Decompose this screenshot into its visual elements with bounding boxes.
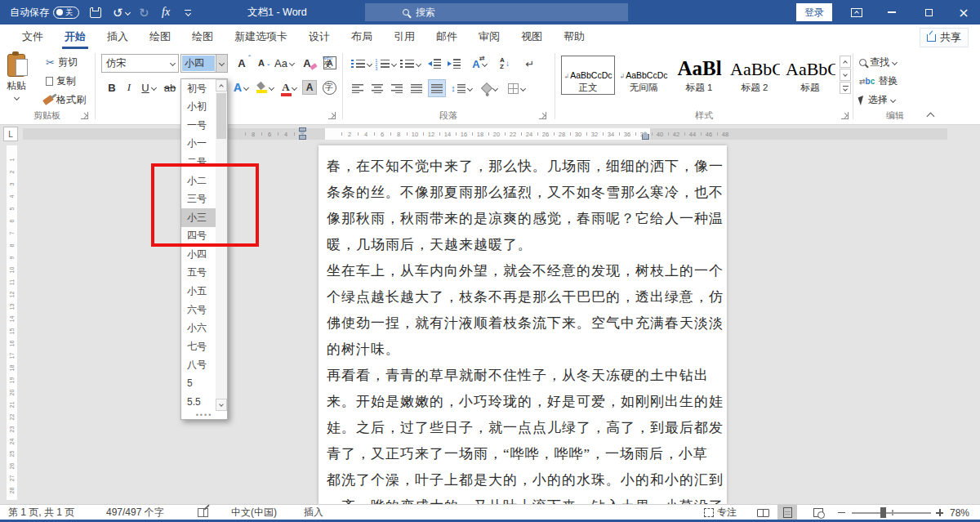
italic-button[interactable]: I [122,78,136,96]
cut-button[interactable]: ✂剪切 [46,56,78,69]
style-item[interactable]: AaBbC 标题 [783,56,837,95]
zoom-out-button[interactable] [838,505,845,520]
styles-scroll-up-button[interactable] [840,56,851,68]
word-count-status[interactable]: 497/497 个字 [106,505,164,520]
font-size-option[interactable]: 小四 [181,245,216,264]
language-status[interactable]: 中文(中国) [231,505,277,520]
select-button[interactable]: 选择 [859,93,895,107]
zoom-level[interactable]: 78% [950,505,969,520]
dropdown-resize-grip[interactable]: •••• [181,411,227,419]
font-size-option[interactable]: 小五 [181,282,216,301]
font-size-option[interactable]: 七号 [181,337,216,356]
minimize-button[interactable] [878,0,906,25]
styles-more-button[interactable] [840,82,851,94]
character-shading-button[interactable]: A [301,78,318,96]
ribbon-tab[interactable]: 帮助 [553,25,595,49]
autosave-toggle[interactable]: 自动保存 关 [10,0,79,25]
ribbon-tab[interactable]: 文件 [11,25,54,49]
scroll-up-button[interactable] [216,79,227,91]
chevron-down-icon[interactable] [216,55,227,72]
ribbon-tab[interactable]: 审阅 [468,25,510,49]
print-layout-button[interactable] [777,505,797,520]
ribbon-tab[interactable]: 新建选项卡 [224,25,298,49]
ribbon-tab[interactable]: 引用 [383,25,425,49]
scroll-down-button[interactable] [216,399,227,411]
customize-quick-access-button[interactable] [185,0,191,25]
sort-button[interactable]: AZ↓ [495,55,514,73]
text-effects-button[interactable]: A [230,78,252,96]
align-center-button[interactable] [369,79,385,97]
redo-button[interactable]: ↻ [139,0,149,25]
autosave-switch[interactable]: 关 [53,7,79,19]
format-painter-button[interactable]: 格式刷 [43,93,86,107]
numbering-button[interactable] [374,55,397,73]
font-size-option[interactable]: 小二 [181,172,216,190]
font-size-option[interactable]: 5.5 [181,393,216,412]
ribbon-tab[interactable]: 绘图 [139,25,181,49]
paragraph-dialog-launcher-icon[interactable] [539,112,546,119]
font-size-option[interactable]: 二号 [181,153,216,172]
web-layout-button[interactable] [808,505,828,520]
style-item[interactable]: ↲AaBbCcDc 无间隔 [617,56,670,95]
bullets-button[interactable] [350,55,372,73]
dropdown-scrollbar[interactable] [216,79,227,411]
line-spacing-button[interactable]: ↕ [449,79,474,97]
close-button[interactable]: × [950,0,978,25]
style-item[interactable]: AaBbC 标题 2 [728,56,782,95]
borders-button[interactable] [505,79,528,97]
zoom-slider-thumb[interactable] [880,507,886,518]
clear-formatting-button[interactable]: A [297,54,317,72]
right-indent-marker[interactable] [642,134,649,140]
paste-button[interactable]: 粘贴 [7,54,26,100]
font-size-option[interactable]: 八号 [181,355,216,374]
undo-button[interactable]: ↺ [113,0,130,25]
copy-button[interactable]: 复制 [46,74,76,88]
align-left-button[interactable] [350,79,366,97]
font-color-button[interactable]: A [278,78,301,96]
ribbon-tab[interactable]: 绘图 [181,25,224,49]
align-right-button[interactable] [389,79,405,97]
vertical-ruler[interactable]: 1234567891011121314151617181920212223242… [7,145,17,500]
clipboard-dialog-launcher-icon[interactable] [81,112,88,119]
search-input[interactable]: 搜索 [365,3,628,21]
font-size-option[interactable]: 一号 [181,116,216,135]
change-case-button[interactable]: Aa [272,54,296,72]
style-item[interactable]: ↲AaBbCcDc 正文 [561,56,615,95]
ribbon-tab[interactable]: 布局 [341,25,383,49]
font-size-option[interactable]: 四号 [181,227,216,246]
font-name-combobox[interactable]: 仿宋 [101,54,179,73]
asian-layout-button[interactable]: A⇄ [467,55,492,73]
scrollbar-thumb[interactable] [216,93,226,139]
ribbon-tab[interactable]: 开始 [54,25,96,49]
font-size-combobox[interactable]: 小四 [180,54,228,73]
font-size-option[interactable]: 六号 [181,301,216,319]
restore-button[interactable] [915,0,942,25]
ribbon-tab[interactable]: 设计 [298,25,341,49]
replace-button[interactable]: ⇄bc替换 [859,74,898,88]
justify-button[interactable] [408,79,425,97]
ribbon-display-options-button[interactable] [843,0,871,25]
shrink-font-button[interactable]: Aˇ [252,54,270,72]
font-size-option[interactable]: 三号 [181,190,216,208]
distribute-text-button[interactable] [428,79,446,97]
horizontal-ruler[interactable]: 8642 24681012141618202224262830323436384… [23,128,947,140]
font-size-option[interactable]: 小初 [181,98,216,117]
strikethrough-button[interactable]: ab [161,78,179,96]
styles-scroll-down-button[interactable] [840,69,851,81]
share-button[interactable]: 共享 [920,28,969,47]
show-formatting-marks-button[interactable]: ↵ [521,55,539,73]
document-page[interactable]: 春，在不知不觉中来了，那么快。几场雨，细细的洒下，像一条条的丝。不像那夏雨那么猛… [318,145,727,504]
enclose-characters-button[interactable]: 字 [320,78,338,96]
font-size-option[interactable]: 初号 [181,79,216,98]
login-button[interactable]: 登录 [796,3,832,21]
insert-function-button[interactable]: fx [162,0,170,25]
find-button[interactable]: 查找 [859,56,897,69]
ribbon-tab[interactable]: 邮件 [425,25,468,49]
text-highlight-button[interactable] [253,78,276,96]
bold-button[interactable]: B [105,78,119,96]
focus-mode-button[interactable]: 专注 [704,505,737,520]
style-item[interactable]: AaBl 标题 1 [672,56,726,95]
zoom-in-button[interactable] [936,505,943,520]
styles-dialog-launcher-icon[interactable] [841,112,849,119]
proofing-status-button[interactable] [198,505,208,520]
